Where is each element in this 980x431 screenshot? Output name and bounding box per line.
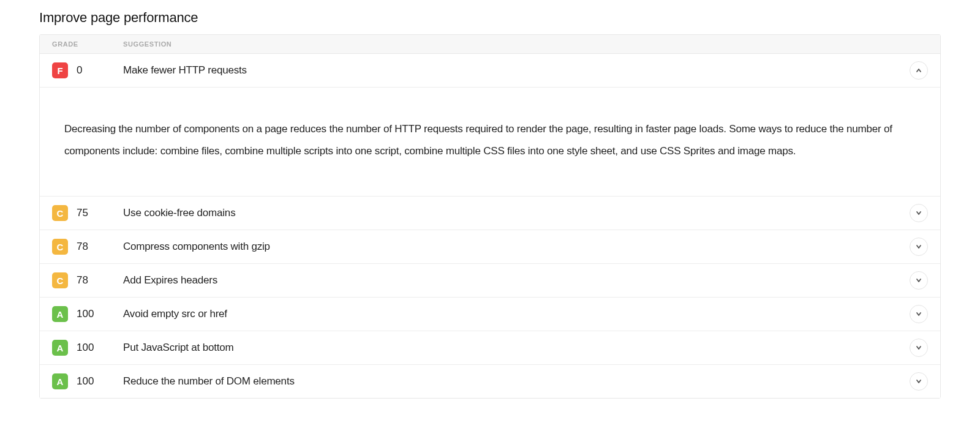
chevron-down-icon[interactable] — [910, 372, 928, 391]
grade-cell: A100 — [52, 340, 123, 356]
page-title: Improve page performance — [39, 10, 941, 26]
suggestion-row[interactable]: A100Avoid empty src or href — [40, 298, 940, 331]
grade-score: 0 — [77, 64, 95, 77]
suggestion-row[interactable]: A100Reduce the number of DOM elements — [40, 365, 940, 398]
chevron-down-icon[interactable] — [910, 204, 928, 222]
suggestion-row[interactable]: C78Add Expires headers — [40, 264, 940, 298]
grade-score: 100 — [77, 342, 95, 354]
grade-cell: C78 — [52, 272, 123, 288]
suggestion-text: Reduce the number of DOM elements — [123, 375, 910, 388]
chevron-up-icon[interactable] — [910, 61, 928, 80]
grade-score: 78 — [77, 241, 95, 253]
chevron-down-icon[interactable] — [910, 271, 928, 290]
suggestion-text: Compress components with gzip — [123, 241, 910, 253]
grade-cell: C78 — [52, 239, 123, 255]
suggestion-row[interactable]: A100Put JavaScript at bottom — [40, 331, 940, 365]
suggestion-text: Make fewer HTTP requests — [123, 64, 910, 77]
header-grade: GRADE — [52, 40, 123, 48]
suggestion-text: Avoid empty src or href — [123, 308, 910, 320]
suggestion-row[interactable]: F0Make fewer HTTP requests — [40, 54, 940, 88]
grade-badge: C — [52, 272, 68, 288]
grade-badge: C — [52, 239, 68, 255]
header-suggestion: SUGGESTION — [123, 40, 928, 48]
chevron-down-icon[interactable] — [910, 238, 928, 256]
panel-header: GRADE SUGGESTION — [40, 35, 940, 54]
suggestion-detail: Decreasing the number of components on a… — [40, 88, 940, 197]
suggestions-panel: GRADE SUGGESTION F0Make fewer HTTP reque… — [39, 34, 941, 399]
grade-cell: C75 — [52, 205, 123, 221]
suggestion-text: Put JavaScript at bottom — [123, 342, 910, 354]
grade-score: 78 — [77, 274, 95, 287]
suggestion-row[interactable]: C78Compress components with gzip — [40, 230, 940, 264]
grade-badge: A — [52, 340, 68, 356]
grade-cell: F0 — [52, 62, 123, 78]
grade-score: 100 — [77, 308, 95, 320]
grade-badge: C — [52, 205, 68, 221]
grade-badge: F — [52, 62, 68, 78]
grade-badge: A — [52, 373, 68, 389]
grade-cell: A100 — [52, 373, 123, 389]
grade-badge: A — [52, 306, 68, 322]
suggestion-text: Add Expires headers — [123, 274, 910, 287]
suggestion-text: Use cookie-free domains — [123, 207, 910, 219]
chevron-down-icon[interactable] — [910, 339, 928, 357]
grade-score: 75 — [77, 207, 95, 219]
chevron-down-icon[interactable] — [910, 305, 928, 323]
grade-score: 100 — [77, 375, 95, 388]
grade-cell: A100 — [52, 306, 123, 322]
suggestion-row[interactable]: C75Use cookie-free domains — [40, 197, 940, 230]
